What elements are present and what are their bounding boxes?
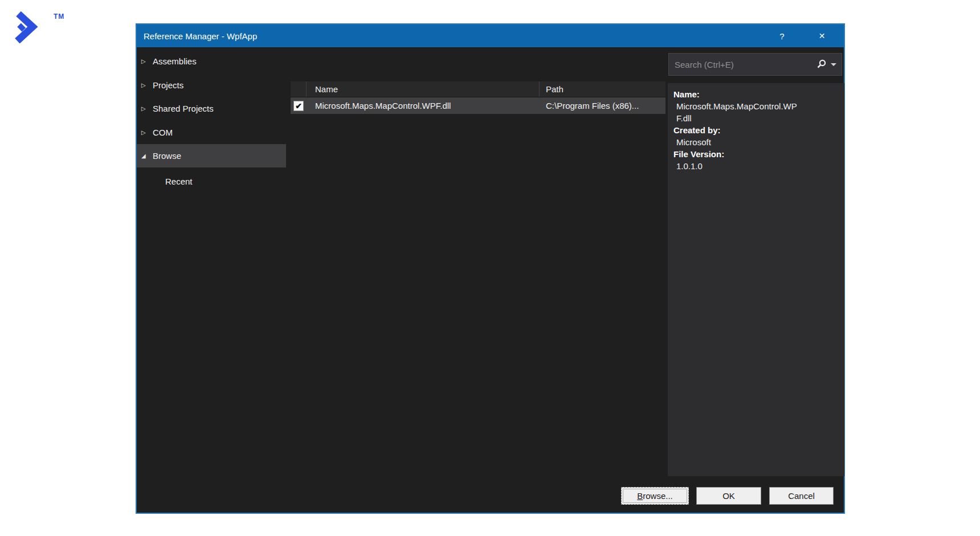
details-file-version-value: 1.0.1.0 [673, 160, 839, 172]
sidebar-item-label: Assemblies [153, 56, 197, 66]
reference-path-cell: C:\Program Files (x86)... [540, 97, 665, 114]
ok-button[interactable]: OK [696, 487, 761, 505]
dialog-title: Reference Manager - WpfApp [137, 31, 769, 41]
browse-accesskey: B [637, 491, 643, 501]
chevron-right-icon[interactable]: ▷ [141, 82, 153, 88]
references-table: Name Path ✔ Microsoft.Maps.MapControl.WP… [291, 81, 665, 114]
browse-button[interactable]: Browse... [621, 487, 689, 505]
sidebar-item-projects[interactable]: ▷ Projects [137, 73, 286, 97]
sidebar-item-assemblies[interactable]: ▷ Assemblies [137, 50, 286, 73]
path-column-header: Path [540, 81, 665, 97]
checkmark-icon: ✔ [295, 102, 302, 110]
details-panel: Name: Microsoft.Maps.MapControl.WPF.dll … [668, 83, 844, 476]
trademark-label: TM [54, 13, 64, 21]
search-box[interactable]: Search (Ctrl+E) [668, 53, 842, 76]
table-row[interactable]: ✔ Microsoft.Maps.MapControl.WPF.dll C:\P… [291, 97, 665, 114]
reference-checkbox[interactable]: ✔ [293, 101, 304, 111]
chevron-expanded-icon[interactable]: ◢ [141, 153, 153, 159]
search-dropdown-caret-icon[interactable] [831, 63, 836, 66]
details-file-version-label: File Version: [673, 148, 839, 160]
help-button[interactable]: ? [769, 24, 795, 47]
sidebar-item-recent[interactable]: Recent [137, 170, 286, 192]
table-header: Name Path [291, 81, 665, 97]
sidebar-item-label: Browse [153, 151, 181, 161]
reference-manager-dialog: Reference Manager - WpfApp ? ✕ ▷ Assembl… [136, 23, 845, 514]
cancel-button[interactable]: Cancel [769, 487, 834, 505]
chevron-right-icon[interactable]: ▷ [141, 58, 153, 64]
dialog-content: ▷ Assemblies ▷ Projects ▷ Shared Project… [137, 47, 844, 513]
details-name-label: Name: [673, 88, 839, 100]
search-icon[interactable] [815, 58, 827, 71]
sidebar-item-label: Shared Projects [153, 104, 214, 113]
brand-logo: TM [14, 8, 76, 48]
sidebar-item-shared-projects[interactable]: ▷ Shared Projects [137, 97, 286, 120]
sidebar-item-label: Recent [165, 177, 193, 186]
reference-name-cell: Microsoft.Maps.MapControl.WPF.dll [307, 97, 540, 114]
details-created-by-value: Microsoft [673, 136, 839, 148]
dialog-titlebar[interactable]: Reference Manager - WpfApp ? ✕ [137, 24, 844, 47]
details-created-by-label: Created by: [673, 124, 839, 136]
close-button[interactable]: ✕ [809, 24, 835, 47]
chevron-right-icon[interactable]: ▷ [141, 105, 153, 112]
name-column-header: Name [307, 81, 540, 97]
search-input[interactable]: Search (Ctrl+E) [669, 60, 815, 69]
chevron-logo-icon [14, 10, 40, 43]
details-name-value: Microsoft.Maps.MapControl.WPF.dll [673, 100, 802, 124]
browse-label-rest: rowse... [643, 491, 673, 501]
sidebar-item-label: Projects [153, 80, 183, 90]
sidebar-item-com[interactable]: ▷ COM [137, 121, 286, 144]
chevron-right-icon[interactable]: ▷ [141, 129, 153, 136]
sidebar-item-browse[interactable]: ◢ Browse [137, 144, 286, 167]
sidebar-item-label: COM [153, 128, 173, 137]
checkbox-column-header [291, 81, 307, 97]
